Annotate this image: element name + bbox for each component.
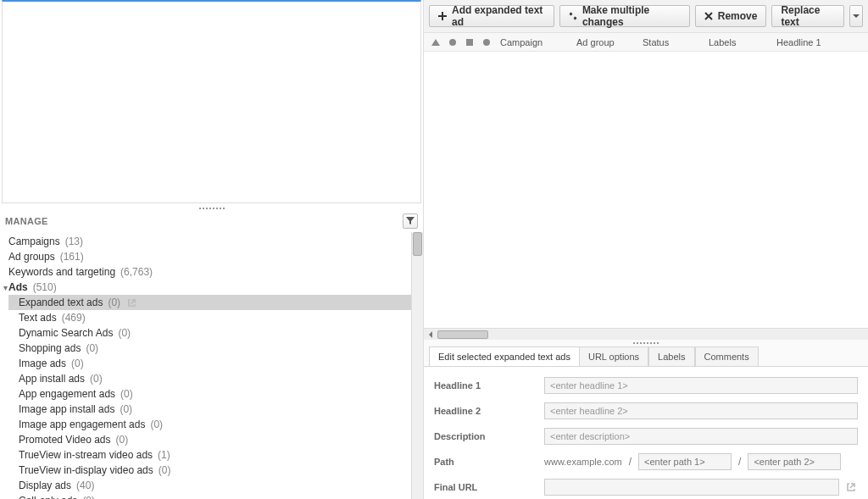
- tree-row-dsa[interactable]: Dynamic Search Ads (0): [8, 325, 423, 341]
- headline1-input[interactable]: [544, 377, 858, 394]
- tree-row-ads[interactable]: ▾ Ads (510): [8, 280, 423, 295]
- multi-plus-icon: [569, 12, 577, 20]
- col-adgroup[interactable]: Ad group: [571, 37, 637, 47]
- label-final-url: Final URL: [434, 482, 544, 492]
- path1-input[interactable]: [638, 453, 732, 470]
- toolbar: Add expanded text ad Make multiple chang…: [424, 0, 868, 33]
- column-warning-icon[interactable]: [427, 39, 444, 46]
- tree-row-display[interactable]: Display ads (40): [8, 478, 423, 493]
- column-status-dot-icon[interactable]: [444, 39, 461, 46]
- plus-icon: [438, 12, 447, 20]
- manage-tree[interactable]: Campaigns (13) Ad groups (161) Keywords …: [0, 232, 423, 499]
- tree-row-app-install[interactable]: App install ads (0): [8, 371, 423, 386]
- vertical-resizer[interactable]: [424, 340, 868, 347]
- label-path: Path: [434, 457, 544, 467]
- close-icon: [704, 12, 713, 20]
- grid-body: [424, 52, 868, 328]
- path-sep-2: /: [738, 456, 741, 468]
- description-input[interactable]: [544, 428, 858, 445]
- make-multiple-changes-button[interactable]: Make multiple changes: [559, 5, 690, 27]
- chevron-down-icon: ▾: [2, 283, 8, 292]
- headline2-input[interactable]: [544, 402, 858, 419]
- scrollbar-thumb[interactable]: [413, 232, 422, 256]
- column-dot2-icon[interactable]: [478, 39, 495, 46]
- scrollbar-thumb[interactable]: [437, 330, 488, 339]
- path2-input[interactable]: [748, 453, 841, 470]
- replace-text-button[interactable]: Replace text: [771, 5, 843, 27]
- col-status[interactable]: Status: [637, 37, 704, 47]
- path-base: www.example.com: [544, 457, 622, 467]
- tree-row-campaigns[interactable]: Campaigns (13): [8, 234, 423, 249]
- workspace-panel: [2, 0, 421, 203]
- open-url-icon[interactable]: [844, 482, 858, 492]
- label-headline2: Headline 2: [434, 406, 544, 416]
- tab-url-options[interactable]: URL options: [579, 347, 648, 366]
- tree-row-adgroups[interactable]: Ad groups (161): [8, 249, 423, 264]
- path-sep-1: /: [629, 456, 632, 468]
- grid-header: Campaign Ad group Status Labels Headline…: [424, 33, 868, 52]
- tree-scrollbar[interactable]: [411, 232, 423, 499]
- col-headline1[interactable]: Headline 1: [771, 37, 868, 47]
- label-headline1: Headline 1: [434, 380, 544, 391]
- external-link-icon: [127, 298, 136, 308]
- scroll-left-icon[interactable]: [426, 330, 436, 340]
- tree-row-promoted-video[interactable]: Promoted Video ads (0): [8, 432, 423, 447]
- col-labels[interactable]: Labels: [704, 37, 771, 47]
- tree-row-image[interactable]: Image ads (0): [8, 356, 423, 371]
- tab-comments[interactable]: Comments: [695, 347, 759, 366]
- manage-section-title: MANAGE: [5, 216, 48, 226]
- col-campaign[interactable]: Campaign: [495, 37, 571, 47]
- editor-tabs: Edit selected expanded text ads URL opti…: [424, 347, 868, 366]
- tree-row-image-app-engagement[interactable]: Image app engagement ads (0): [8, 417, 423, 432]
- tab-edit-selected[interactable]: Edit selected expanded text ads: [429, 347, 579, 366]
- filter-button[interactable]: [403, 213, 418, 229]
- tree-row-keywords[interactable]: Keywords and targeting (6,763): [8, 264, 423, 280]
- tree-row-shopping[interactable]: Shopping ads (0): [8, 341, 423, 356]
- tree-row-callonly[interactable]: Call-only ads (0): [8, 493, 423, 499]
- editor-panel: Headline 1 Headline 2 Description Path w…: [424, 366, 868, 499]
- grid-horizontal-scrollbar[interactable]: [424, 328, 868, 340]
- tree-row-expanded-text-ads[interactable]: Expanded text ads (0): [8, 295, 423, 310]
- tree-row-trueview-instream[interactable]: TrueView in-stream video ads (1): [8, 447, 423, 463]
- tab-labels[interactable]: Labels: [648, 347, 694, 366]
- column-stop-icon[interactable]: [461, 39, 478, 46]
- final-url-input[interactable]: [544, 479, 839, 496]
- tree-row-text-ads[interactable]: Text ads (469): [8, 310, 423, 325]
- tree-row-app-engagement[interactable]: App engagement ads (0): [8, 386, 423, 402]
- label-description: Description: [434, 431, 544, 441]
- replace-text-dropdown[interactable]: [849, 5, 863, 27]
- add-expanded-text-ad-button[interactable]: Add expanded text ad: [429, 5, 554, 27]
- remove-button[interactable]: Remove: [695, 5, 767, 27]
- tree-row-trueview-indisplay[interactable]: TrueView in-display video ads (0): [8, 463, 423, 478]
- tree-row-image-app-install[interactable]: Image app install ads (0): [8, 402, 423, 417]
